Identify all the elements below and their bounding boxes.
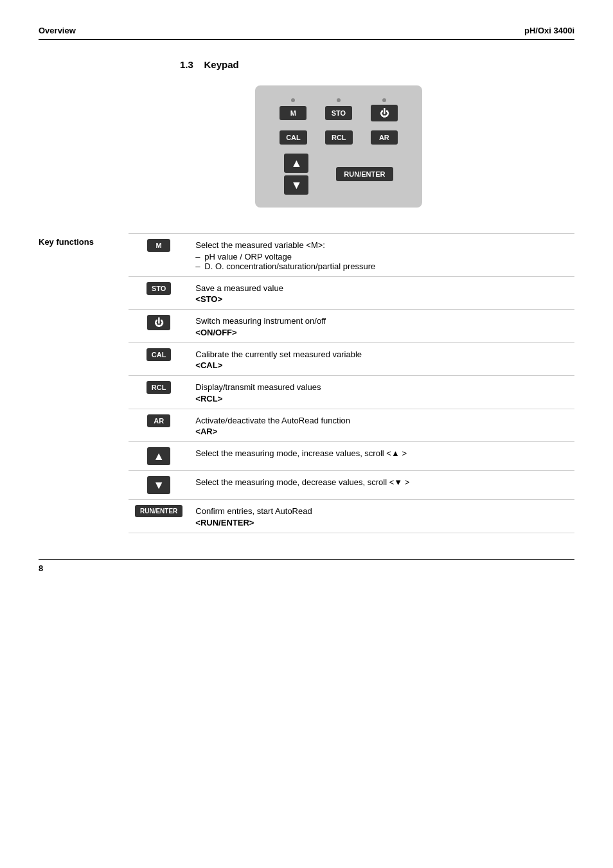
description-cell: Calibrate the currently set measured var… [189, 342, 574, 376]
led-power [382, 98, 386, 102]
description-bold: <ON/OFF> [195, 328, 236, 337]
table-row: ⏻Switch measuring instrument on/off<ON/O… [129, 310, 574, 343]
key-rcl-diagram[interactable]: RCL [325, 130, 353, 145]
description-bold: <CAL> [195, 360, 222, 370]
description-main: Switch measuring instrument on/off [195, 316, 326, 326]
table-row: CALCalibrate the currently set measured … [129, 342, 574, 376]
description-main: Select the measured variable <M>: [195, 240, 325, 250]
description-list-item: pH value / ORP voltage [195, 252, 568, 261]
key-label-table-cal[interactable]: CAL [147, 348, 172, 361]
key-power-diagram[interactable]: ⏻ [371, 105, 398, 121]
key-cell: ▼ [129, 471, 189, 500]
page: Overview pH/Oxi 3400i 1.3 Keypad M STO ⏻… [0, 0, 613, 868]
description-list-item: D. O. concentration/saturation/partial p… [195, 261, 568, 271]
keypad-body: M STO ⏻ CAL RCL AR ▲ ▼ RUN/ENTER [255, 85, 422, 208]
key-cal-diagram[interactable]: CAL [280, 130, 307, 145]
key-cell: AR [129, 409, 189, 442]
key-arrow-up-table[interactable]: ▲ [147, 447, 170, 465]
key-label-table-ar[interactable]: AR [147, 414, 170, 427]
description-bold: <RUN/ENTER> [195, 518, 254, 527]
description-bold: <AR> [195, 427, 217, 436]
key-cell: STO [129, 276, 189, 310]
keypad-diagram: M STO ⏻ CAL RCL AR ▲ ▼ RUN/ENTER [103, 85, 574, 208]
table-row: ▲Select the measuring mode, increase val… [129, 442, 574, 471]
key-cell: M [129, 234, 189, 277]
description-bold: <STO> [195, 294, 222, 304]
led-row [271, 98, 407, 102]
keypad-row-1: M STO ⏻ [271, 105, 407, 121]
key-cell: ▲ [129, 442, 189, 471]
description-cell: Confirm entries, start AutoRead<RUN/ENTE… [189, 500, 574, 533]
description-cell: Save a measured value<STO> [189, 276, 574, 310]
table-row: RCLDisplay/transmit measured values<RCL> [129, 376, 574, 409]
key-runenter-diagram[interactable]: RUN/ENTER [336, 167, 393, 181]
page-footer: 8 [39, 559, 574, 573]
key-m-diagram[interactable]: M [280, 106, 306, 120]
keypad-row-3: ▲ ▼ RUN/ENTER [271, 154, 407, 195]
table-row: ▼Select the measuring mode, decrease val… [129, 471, 574, 500]
description-main: Activate/deactivate the AutoRead functio… [195, 416, 350, 425]
key-label-table-rcl[interactable]: RCL [147, 381, 172, 394]
header-left: Overview [39, 26, 76, 35]
page-header: Overview pH/Oxi 3400i [39, 26, 574, 40]
table-row: STOSave a measured value<STO> [129, 276, 574, 310]
description-cell: Activate/deactivate the AutoRead functio… [189, 409, 574, 442]
description-cell: Display/transmit measured values<RCL> [189, 376, 574, 409]
key-label-table-sto[interactable]: STO [147, 282, 171, 295]
key-power-table[interactable]: ⏻ [147, 315, 170, 330]
description-main: Display/transmit measured values [195, 382, 321, 392]
description-main: Calibrate the currently set measured var… [195, 350, 362, 359]
keypad-row-2: CAL RCL AR [271, 130, 407, 145]
key-functions-label: Key functions [39, 233, 129, 247]
key-cell: ⏻ [129, 310, 189, 343]
key-sto-diagram[interactable]: STO [325, 106, 352, 120]
description-bold: <RCL> [195, 394, 222, 403]
functions-table: MSelect the measured variable <M>:pH val… [129, 233, 574, 533]
key-arrow-up-diagram[interactable]: ▲ [284, 154, 308, 173]
key-arrow-down-diagram[interactable]: ▼ [284, 175, 308, 195]
description-cell: Select the measuring mode, decrease valu… [189, 471, 574, 500]
page-number: 8 [39, 563, 43, 573]
description-main: Select the measuring mode, decrease valu… [195, 477, 409, 487]
key-runenter-table[interactable]: RUN/ENTER [135, 505, 182, 517]
description-main: Save a measured value [195, 283, 283, 293]
description-cell: Select the measured variable <M>:pH valu… [189, 234, 574, 277]
key-label-table-m[interactable]: M [147, 239, 170, 252]
arrows-group: ▲ ▼ [284, 154, 308, 195]
description-main: Confirm entries, start AutoRead [195, 506, 312, 516]
key-cell: CAL [129, 342, 189, 376]
table-row: ARActivate/deactivate the AutoRead funct… [129, 409, 574, 442]
led-sto [337, 98, 341, 102]
key-ar-diagram[interactable]: AR [371, 130, 398, 145]
key-cell: RUN/ENTER [129, 500, 189, 533]
led-m [291, 98, 295, 102]
key-functions-section: Key functions MSelect the measured varia… [39, 233, 574, 533]
table-row: MSelect the measured variable <M>:pH val… [129, 234, 574, 277]
description-main: Select the measuring mode, increase valu… [195, 448, 407, 458]
description-list: pH value / ORP voltageD. O. concentratio… [195, 252, 568, 271]
description-cell: Select the measuring mode, increase valu… [189, 442, 574, 471]
table-row: RUN/ENTERConfirm entries, start AutoRead… [129, 500, 574, 533]
key-arrow-down-table[interactable]: ▼ [147, 476, 170, 494]
key-cell: RCL [129, 376, 189, 409]
header-right: pH/Oxi 3400i [524, 26, 574, 35]
description-cell: Switch measuring instrument on/off<ON/OF… [189, 310, 574, 343]
section-title: 1.3 Keypad [180, 59, 574, 70]
